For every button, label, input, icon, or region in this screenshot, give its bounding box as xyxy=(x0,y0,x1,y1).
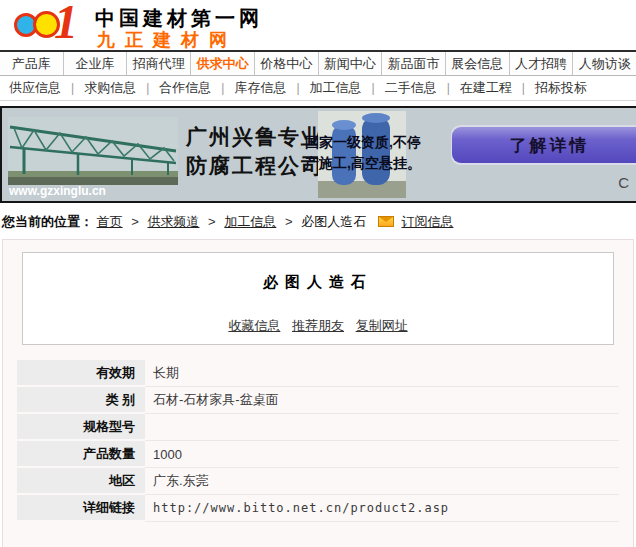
listing-detail-table: 有效期 长期 类 别 石材-石材家具-盆桌面 规格型号 产品数量 1000 地区… xyxy=(17,360,619,522)
recommend-friend-link[interactable]: 推荐朋友 xyxy=(292,318,344,333)
company-name-line1: 广州兴鲁专业 xyxy=(186,122,324,151)
breadcrumb-separator: > xyxy=(285,214,293,229)
nav-item-companies[interactable]: 企业库 xyxy=(64,52,128,75)
subnav-secondhand-info[interactable]: 二手信息 xyxy=(385,79,437,97)
subnav-separator: | xyxy=(447,81,450,95)
nav-item-jobs[interactable]: 人才招聘 xyxy=(510,52,574,75)
row-label: 规格型号 xyxy=(17,414,145,441)
row-label: 产品数量 xyxy=(17,441,145,468)
table-row-detail-link: 详细链接 http://www.bitto.net.cn/product2.as… xyxy=(17,495,619,522)
advertiser-url[interactable]: www.gzxinglu.cn xyxy=(9,184,106,198)
subscribe-info-link[interactable]: 订阅信息 xyxy=(401,214,453,229)
row-value: 广东.东莞 xyxy=(145,468,619,495)
breadcrumb-prefix: 您当前的位置： xyxy=(2,214,93,229)
save-info-link[interactable]: 收藏信息 xyxy=(228,318,280,333)
breadcrumb-link-supply-demand-channel[interactable]: 供求频道 xyxy=(147,214,199,229)
row-label: 地区 xyxy=(17,468,145,495)
site-logo[interactable]: 1 xyxy=(14,2,92,48)
banner-watermark: C xyxy=(618,174,629,191)
subnav-separator: | xyxy=(522,81,525,95)
subnav-bidding[interactable]: 招标投标 xyxy=(535,79,587,97)
nav-item-products[interactable]: 产品库 xyxy=(0,52,64,75)
learn-more-button[interactable]: 了解详情 xyxy=(452,127,636,163)
row-value: 长期 xyxy=(145,360,619,387)
sub-nav: 供应信息 | 求购信息 | 合作信息 | 库存信息 | 加工信息 | 二手信息 … xyxy=(0,76,636,101)
subnav-separator: | xyxy=(146,81,149,95)
site-header: 1 中国建材第一网 九正建材网 xyxy=(0,0,636,50)
page-title: 必图人造石 xyxy=(23,253,613,292)
row-label: 详细链接 xyxy=(17,495,145,522)
row-label: 类 别 xyxy=(17,387,145,414)
table-row-validity: 有效期 长期 xyxy=(17,360,619,387)
subnav-separator: | xyxy=(221,81,224,95)
subnav-projects-under-construction[interactable]: 在建工程 xyxy=(460,79,512,97)
subnav-processing-info[interactable]: 加工信息 xyxy=(310,79,362,97)
table-row-specification: 规格型号 xyxy=(17,414,619,441)
subnav-purchase-info[interactable]: 求购信息 xyxy=(84,79,136,97)
content-wrapper: 必图人造石 收藏信息 推荐朋友 复制网址 有效期 长期 类 别 石材-石材家具-… xyxy=(2,239,634,547)
nav-item-supply-demand-center[interactable]: 供求中心 xyxy=(191,52,255,75)
site-subtitle: 九正建材网 xyxy=(97,28,237,52)
subnav-separator: | xyxy=(71,81,74,95)
nav-item-exhibitions[interactable]: 展会信息 xyxy=(446,52,510,75)
subnav-separator: | xyxy=(372,81,375,95)
envelope-icon xyxy=(378,216,394,227)
subnav-cooperation-info[interactable]: 合作信息 xyxy=(159,79,211,97)
row-label: 有效期 xyxy=(17,360,145,387)
ad-banner[interactable]: www.gzxinglu.cn 广州兴鲁专业 防腐工程公司 国家一级资质,不停 … xyxy=(0,106,636,203)
advertiser-company-name: 广州兴鲁专业 防腐工程公司 xyxy=(186,122,324,180)
nav-item-news-center[interactable]: 新闻中心 xyxy=(319,52,383,75)
slogan-line1: 国家一级资质,不停 xyxy=(305,132,455,153)
listing-title-box: 必图人造石 收藏信息 推荐朋友 复制网址 xyxy=(22,252,614,345)
nav-item-new-products[interactable]: 新品面市 xyxy=(382,52,446,75)
breadcrumb-separator: > xyxy=(208,214,216,229)
subnav-separator: | xyxy=(296,81,299,95)
logo-number-one: 1 xyxy=(54,0,78,49)
slogan-line2: 产施工,高空悬挂。 xyxy=(305,153,455,174)
breadcrumb-link-processing-info[interactable]: 加工信息 xyxy=(224,214,276,229)
table-row-category: 类 别 石材-石材家具-盆桌面 xyxy=(17,387,619,414)
row-value xyxy=(145,414,619,441)
subnav-supply-info[interactable]: 供应信息 xyxy=(9,79,61,97)
table-row-quantity: 产品数量 1000 xyxy=(17,441,619,468)
nav-item-price-center[interactable]: 价格中心 xyxy=(255,52,319,75)
company-name-line2: 防腐工程公司 xyxy=(186,151,324,180)
row-value-url[interactable]: http://www.bitto.net.cn/product2.asp xyxy=(145,495,619,522)
nav-item-interviews[interactable]: 人物访谈 xyxy=(573,52,636,75)
breadcrumb-separator: > xyxy=(131,214,139,229)
row-value: 1000 xyxy=(145,441,619,468)
breadcrumb-current-page: 必图人造石 xyxy=(301,214,366,229)
nav-item-agency[interactable]: 招商代理 xyxy=(127,52,191,75)
main-nav: 产品库 企业库 招商代理 供求中心 价格中心 新闻中心 新品面市 展会信息 人才… xyxy=(0,50,636,76)
table-row-region: 地区 广东.东莞 xyxy=(17,468,619,495)
breadcrumb: 您当前的位置： 首页 > 供求频道 > 加工信息 > 必图人造石 订阅信息 xyxy=(0,203,636,239)
action-links: 收藏信息 推荐朋友 复制网址 xyxy=(23,317,613,335)
copy-url-link[interactable]: 复制网址 xyxy=(356,318,408,333)
row-value: 石材-石材家具-盆桌面 xyxy=(145,387,619,414)
banner-slogan: 国家一级资质,不停 产施工,高空悬挂。 xyxy=(305,132,455,174)
truss-bridge-photo xyxy=(8,117,178,185)
subnav-inventory-info[interactable]: 库存信息 xyxy=(234,79,286,97)
breadcrumb-link-home[interactable]: 首页 xyxy=(97,214,123,229)
